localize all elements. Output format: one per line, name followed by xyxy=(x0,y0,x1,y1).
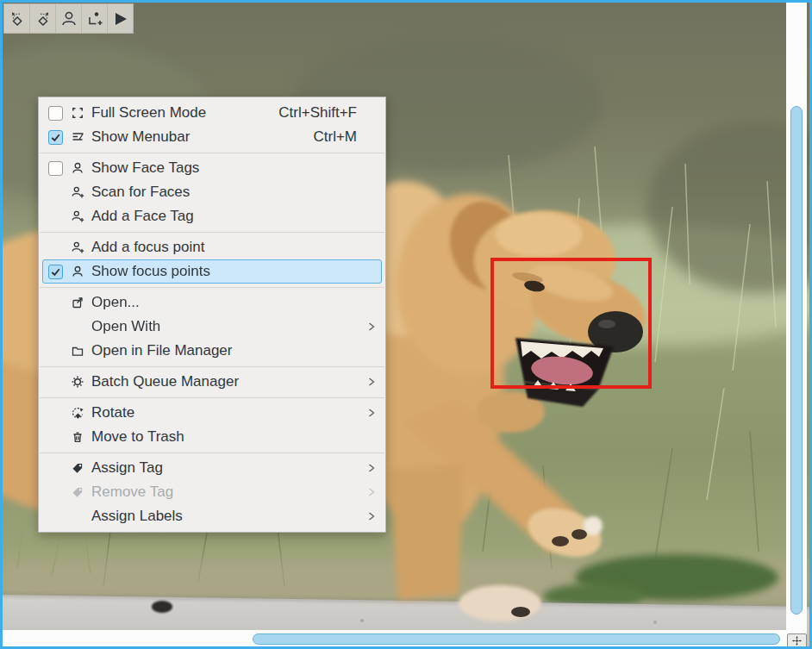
preview-toolbar xyxy=(3,3,134,34)
vertical-scrollbar[interactable] xyxy=(786,3,807,646)
folder-icon xyxy=(71,344,88,358)
add-face-tag-icon xyxy=(86,10,103,28)
horizontal-scrollbar[interactable] xyxy=(3,630,786,646)
slideshow-play-icon xyxy=(112,10,129,28)
menu-separator xyxy=(40,449,384,456)
menubar-icon xyxy=(71,130,88,144)
menu-item-label: Add a focus point xyxy=(88,239,204,256)
menu-item-label: Show Menubar xyxy=(88,128,190,146)
person-add-icon xyxy=(71,240,88,254)
focus-point-box xyxy=(490,258,652,389)
pan-button[interactable] xyxy=(787,633,807,648)
digikam-preview-window: Full Screen ModeCtrl+Shift+FShow Menubar… xyxy=(0,0,812,649)
face-icon xyxy=(71,265,88,278)
chevron-right-icon xyxy=(362,376,381,388)
open-icon xyxy=(71,296,88,309)
checkbox-unchecked xyxy=(48,106,63,121)
pan-icon xyxy=(791,635,803,646)
menu-item-full-screen-mode[interactable]: Full Screen ModeCtrl+Shift+F xyxy=(42,101,382,125)
menu-item-label: Open... xyxy=(88,294,140,311)
rotate-left-button[interactable] xyxy=(4,4,30,33)
menu-item-label: Assign Tag xyxy=(88,459,163,477)
chevron-right-icon xyxy=(362,462,381,474)
menu-separator xyxy=(40,228,384,235)
slideshow-play-button[interactable] xyxy=(108,4,133,33)
menu-item-add-a-focus-point[interactable]: Add a focus point xyxy=(42,235,382,259)
menu-item-add-a-face-tag[interactable]: Add a Face Tag xyxy=(42,204,382,228)
menu-item-show-menubar[interactable]: Show MenubarCtrl+M xyxy=(42,125,382,149)
menu-item-label: Show focus points xyxy=(88,263,210,280)
menu-item-remove-tag: Remove Tag xyxy=(42,480,382,504)
checkbox-unchecked xyxy=(48,161,63,176)
chevron-right-icon xyxy=(362,486,381,498)
fullscreen-icon xyxy=(71,106,88,120)
menu-item-shortcut: Ctrl+Shift+F xyxy=(278,104,362,122)
menu-item-move-to-trash[interactable]: Move to Trash xyxy=(42,425,382,449)
menu-item-label: Move to Trash xyxy=(88,428,184,446)
menu-item-label: Open in File Manager xyxy=(88,342,232,359)
scan-face-button[interactable] xyxy=(56,4,82,33)
menu-item-open-in-file-manager[interactable]: Open in File Manager xyxy=(42,339,382,363)
chevron-right-icon xyxy=(362,407,381,419)
menu-item-scan-for-faces[interactable]: Scan for Faces xyxy=(42,180,382,204)
add-face-tag-button[interactable] xyxy=(82,4,108,33)
person-add-icon xyxy=(71,209,88,223)
menu-item-rotate[interactable]: Rotate xyxy=(42,401,382,425)
rotate-right-icon xyxy=(34,10,52,28)
context-menu: Full Screen ModeCtrl+Shift+FShow Menubar… xyxy=(38,97,386,533)
menu-item-label: Scan for Faces xyxy=(88,184,190,201)
scan-face-icon xyxy=(60,10,78,28)
face-icon xyxy=(71,161,88,175)
menu-separator xyxy=(40,363,384,370)
trash-icon xyxy=(71,430,88,444)
rotate-right-button[interactable] xyxy=(30,4,56,33)
chevron-right-icon xyxy=(362,510,381,522)
chevron-right-icon xyxy=(362,321,381,333)
menu-item-label: Show Face Tags xyxy=(88,159,199,177)
checkbox-checked xyxy=(48,265,63,279)
menu-item-batch-queue-manager[interactable]: Batch Queue Manager xyxy=(42,370,382,394)
checkbox-checked xyxy=(48,130,63,145)
menu-item-label: Open With xyxy=(88,318,160,335)
gear-icon xyxy=(71,375,88,389)
menu-separator xyxy=(40,284,384,290)
menu-item-assign-labels[interactable]: Assign Labels xyxy=(42,504,382,528)
vertical-scrollbar-thumb[interactable] xyxy=(790,106,803,615)
menu-item-open[interactable]: Open... xyxy=(42,290,382,315)
menu-item-assign-tag[interactable]: Assign Tag xyxy=(42,456,382,480)
menu-separator xyxy=(40,394,384,401)
rotate-icon xyxy=(71,406,88,420)
menu-item-label: Assign Labels xyxy=(88,508,183,525)
menu-separator xyxy=(40,149,384,156)
menu-item-label: Full Screen Mode xyxy=(88,104,206,122)
rotate-left-icon xyxy=(9,10,26,28)
menu-item-label: Rotate xyxy=(88,404,134,421)
menu-item-label: Add a Face Tag xyxy=(88,208,194,225)
tag-icon xyxy=(71,485,88,499)
menu-item-open-with[interactable]: Open With xyxy=(42,315,382,339)
menu-item-shortcut: Ctrl+M xyxy=(313,128,362,146)
person-add-icon xyxy=(71,185,88,199)
horizontal-scrollbar-thumb[interactable] xyxy=(253,633,780,645)
menu-item-label: Remove Tag xyxy=(88,484,173,501)
tag-icon xyxy=(71,461,88,475)
menu-item-show-focus-points[interactable]: Show focus points xyxy=(42,259,382,284)
menu-item-label: Batch Queue Manager xyxy=(88,373,239,390)
menu-item-show-face-tags[interactable]: Show Face Tags xyxy=(42,156,382,180)
